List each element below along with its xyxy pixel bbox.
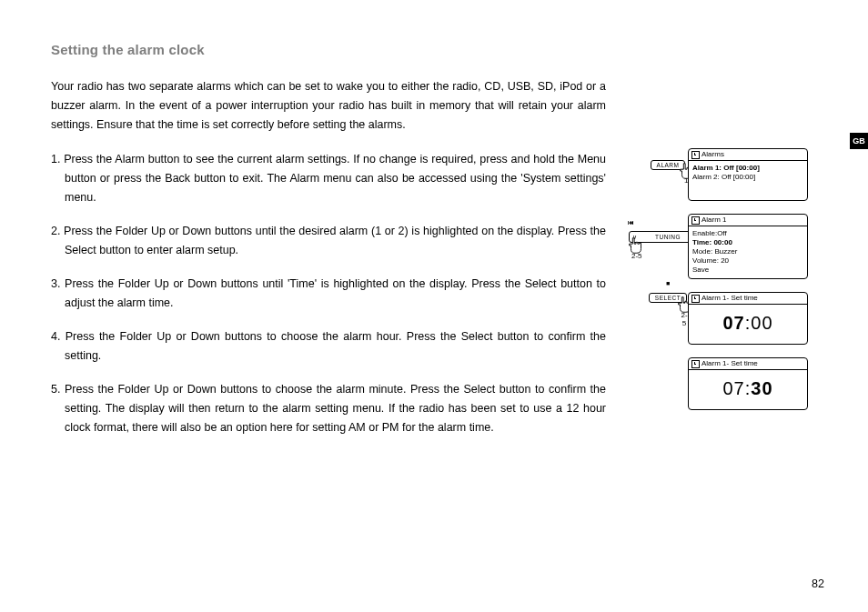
screen-header: Alarm 1 xyxy=(701,215,727,226)
step-1: 1. Press the Alarm button to see the cur… xyxy=(51,150,606,207)
screen-line: Alarm 2: Off [00:00] xyxy=(692,173,803,182)
screen-line: Alarm 1: Off [00:00] xyxy=(692,164,803,173)
screen-alarms-list: Alarms Alarm 1: Off [00:00] Alarm 2: Off… xyxy=(688,148,808,201)
clock-icon xyxy=(691,216,700,225)
screen-alarm1-menu: Alarm 1 Enable:Off Time: 00:00 Mode: Buz… xyxy=(688,214,808,279)
screen-set-minute: Alarm 1- Set time 07:30 xyxy=(688,357,808,410)
screen-line: Save xyxy=(692,266,803,275)
callout-2-5-select: 2-5 xyxy=(681,311,688,327)
screen-header: Alarm 1- Set time xyxy=(701,358,758,369)
page-number: 82 xyxy=(812,577,824,590)
select-button-diagram: ■ SELECT 2-5 xyxy=(648,280,688,304)
step-4: 4. Press the Folder Up or Down buttons t… xyxy=(51,327,606,366)
stop-icon: ■ xyxy=(648,280,688,286)
alarm-button-diagram: ALARM 1 xyxy=(650,155,686,171)
intro-paragraph: Your radio has two separate alarms which… xyxy=(51,77,606,135)
time-minute: 30 xyxy=(751,378,772,398)
callout-2-5-left: 2-5 xyxy=(631,252,642,260)
screen-header: Alarm 1- Set time xyxy=(701,293,758,304)
language-tab: GB xyxy=(850,133,868,149)
step-3: 3. Press the Folder Up or Down buttons u… xyxy=(51,275,606,313)
clock-icon xyxy=(691,151,700,159)
clock-icon xyxy=(691,295,700,303)
display-screens: Alarms Alarm 1: Off [00:00] Alarm 2: Off… xyxy=(688,148,843,423)
step-5: 5. Press the Folder Up or Down buttons t… xyxy=(51,380,606,437)
screen-line: Volume: 20 xyxy=(692,256,803,266)
screen-line: Enable:Off xyxy=(692,229,803,238)
screen-line: Time: 00:00 xyxy=(692,238,803,247)
prev-track-icon: ⏮ xyxy=(628,219,634,226)
screen-header: Alarms xyxy=(701,149,724,160)
time-hour: 07 xyxy=(722,313,744,333)
time-minute: :00 xyxy=(745,313,773,333)
step-2: 2. Press the Folder Up or Down buttons u… xyxy=(51,222,606,260)
screen-set-hour: Alarm 1- Set time 07:00 xyxy=(688,292,808,345)
time-hour: 07: xyxy=(722,378,751,398)
clock-icon xyxy=(691,360,700,368)
page-title: Setting the alarm clock xyxy=(51,42,205,57)
screen-line: Mode: Buzzer xyxy=(692,247,803,256)
steps-list: 1. Press the Alarm button to see the cur… xyxy=(51,150,606,452)
